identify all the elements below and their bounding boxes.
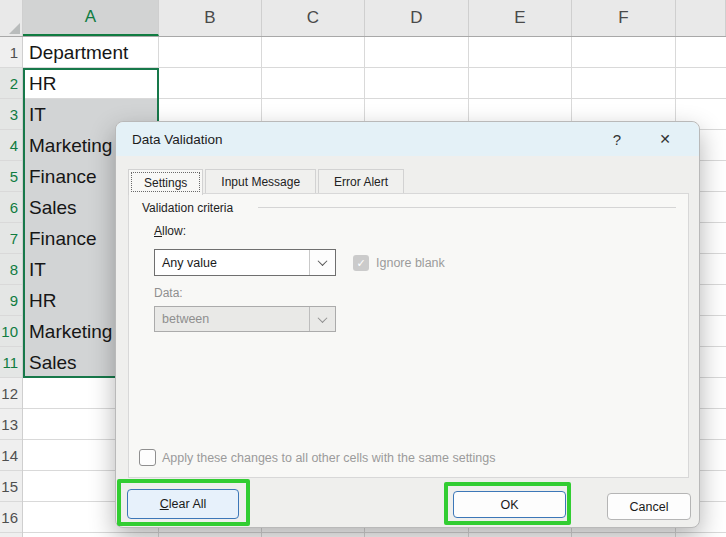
tab-error-alert[interactable]: Error Alert xyxy=(318,169,404,194)
excel-window: Department HR IT Marketing Finance Sales… xyxy=(0,0,726,537)
row-header-4[interactable]: 4 xyxy=(0,130,22,161)
row-header-16[interactable]: 16 xyxy=(0,502,22,533)
ignore-blank-checkbox[interactable]: ✓ xyxy=(353,255,369,271)
row-header-2[interactable]: 2 xyxy=(0,68,22,99)
validation-criteria-group-label: Validation criteria xyxy=(142,201,233,215)
allow-dropdown[interactable]: Any value xyxy=(154,249,336,276)
tab-settings[interactable]: Settings xyxy=(128,169,203,195)
clear-all-button[interactable]: Clear All xyxy=(127,489,239,519)
row-header-13[interactable]: 13 xyxy=(0,409,22,440)
chevron-down-icon xyxy=(318,313,328,323)
row-header-11[interactable]: 11 xyxy=(0,347,22,378)
row-header-6[interactable]: 6 xyxy=(0,192,22,223)
close-icon: ✕ xyxy=(659,131,671,147)
column-header-strip: A B C D E F xyxy=(0,0,726,37)
allow-label: Allow: xyxy=(154,224,186,238)
row-header-7[interactable]: 7 xyxy=(0,223,22,254)
cancel-button[interactable]: Cancel xyxy=(607,493,691,520)
column-header-e[interactable]: E xyxy=(469,0,572,36)
dialog-tabs: Settings Input Message Error Alert xyxy=(128,169,406,195)
column-header-a[interactable]: A xyxy=(23,0,159,36)
ok-button[interactable]: OK xyxy=(453,491,566,518)
row-header-strip: 1 2 3 4 5 6 7 8 9 10 11 12 13 14 15 16 xyxy=(0,37,23,537)
data-label: Data: xyxy=(154,286,183,300)
apply-changes-checkbox[interactable] xyxy=(139,449,156,466)
column-header-b[interactable]: B xyxy=(159,0,262,36)
row-header-9[interactable]: 9 xyxy=(0,285,22,316)
data-dropdown: between xyxy=(154,306,336,332)
data-dropdown-value: between xyxy=(155,312,309,326)
apply-changes-label: Apply these changes to all other cells w… xyxy=(162,451,496,465)
row-header-12[interactable]: 12 xyxy=(0,378,22,409)
clear-all-accel: C xyxy=(160,497,169,511)
allow-dropdown-button[interactable] xyxy=(309,250,335,275)
help-icon: ? xyxy=(613,131,621,148)
column-header-d[interactable]: D xyxy=(365,0,469,36)
data-dropdown-button xyxy=(309,307,335,331)
allow-label-accel: A xyxy=(154,224,162,238)
dialog-title: Data Validation xyxy=(132,132,223,147)
column-header-f[interactable]: F xyxy=(572,0,676,36)
allow-label-rest: llow: xyxy=(162,224,186,238)
group-rule xyxy=(258,207,676,208)
row-header-3[interactable]: 3 xyxy=(0,99,22,130)
column-header-partial[interactable] xyxy=(676,0,726,36)
cell-a1[interactable]: Department xyxy=(23,37,159,68)
ignore-blank-label: Ignore blank xyxy=(376,256,445,270)
settings-tab-panel: Validation criteria Allow: Any value ✓ I… xyxy=(128,193,689,478)
row-header-5[interactable]: 5 xyxy=(0,161,22,192)
allow-dropdown-value: Any value xyxy=(155,256,309,270)
select-all-corner[interactable] xyxy=(0,0,23,36)
row-header-15[interactable]: 15 xyxy=(0,471,22,502)
cell-a2[interactable]: HR xyxy=(23,68,159,99)
clear-all-rest: lear All xyxy=(169,497,207,511)
data-validation-dialog: Data Validation ? ✕ Settings Input Messa… xyxy=(115,121,700,528)
help-button[interactable]: ? xyxy=(597,122,637,156)
chevron-down-icon xyxy=(318,256,328,266)
check-icon: ✓ xyxy=(356,257,365,270)
tab-input-message[interactable]: Input Message xyxy=(205,169,316,194)
select-all-triangle xyxy=(9,23,20,34)
column-header-c[interactable]: C xyxy=(262,0,365,36)
row-header-1[interactable]: 1 xyxy=(0,37,22,68)
close-button[interactable]: ✕ xyxy=(645,122,685,156)
row-header-10[interactable]: 10 xyxy=(0,316,22,347)
row-header-8[interactable]: 8 xyxy=(0,254,22,285)
row-header-14[interactable]: 14 xyxy=(0,440,22,471)
